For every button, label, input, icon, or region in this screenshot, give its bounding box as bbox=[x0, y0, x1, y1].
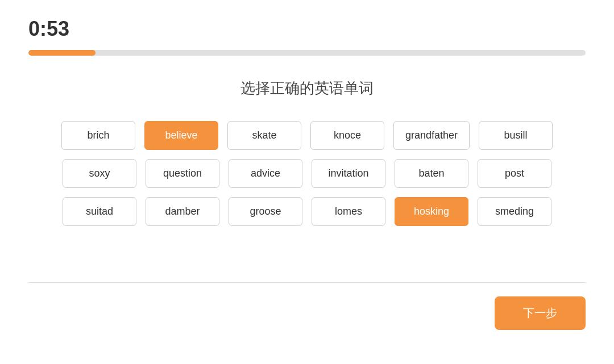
question-title: 选择正确的英语单词 bbox=[28, 78, 586, 98]
word-button-smeding[interactable]: smeding bbox=[478, 197, 551, 226]
word-button-brich[interactable]: brich bbox=[61, 121, 135, 150]
word-button-invitation[interactable]: invitation bbox=[312, 159, 385, 188]
word-button-groose[interactable]: groose bbox=[229, 197, 302, 226]
word-row-2: soxyquestionadviceinvitationbatenpost bbox=[28, 159, 586, 188]
word-button-suitad[interactable]: suitad bbox=[63, 197, 136, 226]
word-row-1: brichbelieveskateknocegrandfatherbusill bbox=[28, 121, 586, 150]
word-grid: brichbelieveskateknocegrandfatherbusill … bbox=[28, 121, 586, 226]
word-button-grandfather[interactable]: grandfather bbox=[393, 121, 470, 150]
progress-bar-container bbox=[28, 50, 586, 56]
word-button-skate[interactable]: skate bbox=[227, 121, 301, 150]
word-button-lomes[interactable]: lomes bbox=[312, 197, 385, 226]
word-button-baten[interactable]: baten bbox=[395, 159, 468, 188]
divider bbox=[28, 282, 586, 283]
word-button-soxy[interactable]: soxy bbox=[63, 159, 136, 188]
word-button-damber[interactable]: damber bbox=[146, 197, 219, 226]
bottom-bar: 下一步 bbox=[28, 296, 586, 347]
word-button-knoce[interactable]: knoce bbox=[310, 121, 384, 150]
word-button-post[interactable]: post bbox=[478, 159, 551, 188]
word-button-hosking[interactable]: hosking bbox=[395, 197, 468, 226]
word-button-advice[interactable]: advice bbox=[229, 159, 302, 188]
timer-display: 0:53 bbox=[28, 17, 586, 41]
word-button-question[interactable]: question bbox=[146, 159, 219, 188]
progress-bar-fill bbox=[28, 50, 96, 56]
next-button[interactable]: 下一步 bbox=[495, 296, 586, 330]
word-row-3: suitaddambergrooselomeshoskingsmeding bbox=[28, 197, 586, 226]
word-button-believe[interactable]: believe bbox=[144, 121, 218, 150]
word-button-busill[interactable]: busill bbox=[479, 121, 553, 150]
